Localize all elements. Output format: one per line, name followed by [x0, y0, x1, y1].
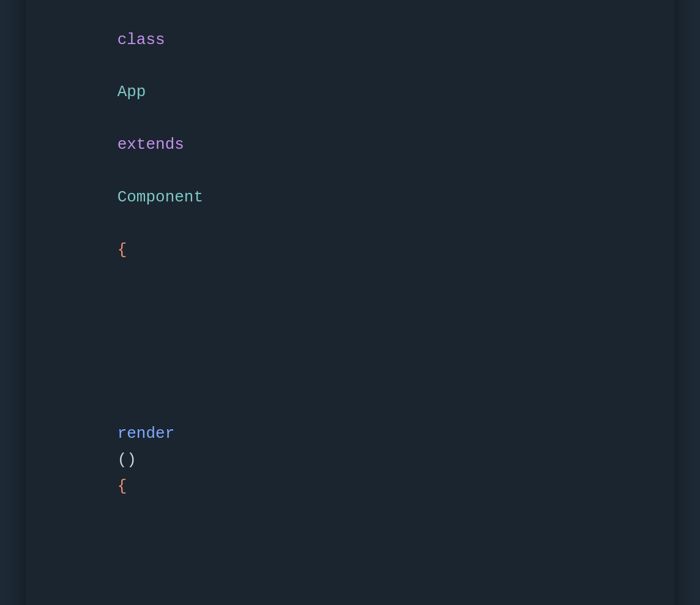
line-8: class App extends Component { [60, 1, 640, 290]
identifier-component-2: Component [117, 188, 203, 206]
keyword-class: class [117, 31, 165, 49]
line-9: render () { [60, 368, 640, 525]
code-content: import React , { Component } from 'react… [60, 0, 640, 605]
punct-class-open: { [117, 241, 127, 259]
method-render: render [117, 424, 175, 443]
keyword-extends: extends [117, 135, 184, 154]
code-editor: import React , { Component } from 'react… [26, 0, 674, 605]
identifier-app: App [117, 83, 146, 101]
